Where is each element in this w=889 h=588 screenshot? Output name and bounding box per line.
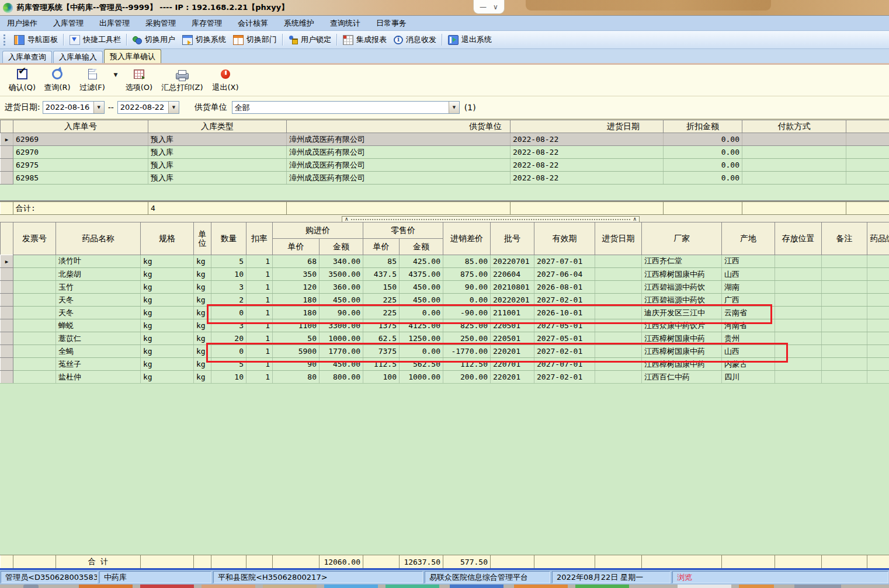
- cell[interactable]: 0.00: [664, 172, 742, 185]
- cell[interactable]: 12637.50: [400, 555, 443, 569]
- cell[interactable]: [846, 133, 889, 146]
- cell[interactable]: 120: [273, 281, 320, 294]
- cell[interactable]: 河南省: [722, 319, 775, 332]
- cell[interactable]: [775, 555, 822, 569]
- cell[interactable]: kg: [141, 268, 194, 281]
- cell[interactable]: 20220701: [491, 255, 534, 268]
- cell[interactable]: [742, 146, 846, 159]
- cell[interactable]: [722, 555, 775, 569]
- cell[interactable]: [642, 555, 722, 569]
- cell[interactable]: 漳州成茂医药有限公司: [287, 146, 511, 159]
- cell[interactable]: 62975: [13, 159, 148, 172]
- menu-item-daily-affairs[interactable]: 日常事务: [376, 18, 407, 29]
- cell[interactable]: [867, 307, 889, 319]
- cell[interactable]: [595, 319, 642, 332]
- col-header-purchase-date[interactable]: 进货日期: [595, 222, 642, 255]
- cell[interactable]: 2022-08-22: [511, 133, 664, 146]
- cell[interactable]: 云南省: [722, 307, 775, 319]
- cell[interactable]: 62985: [13, 172, 148, 185]
- cell[interactable]: kg: [141, 294, 194, 307]
- tab-pre-inbound-confirm[interactable]: 预入库单确认: [104, 49, 161, 63]
- cell[interactable]: 预入库: [148, 133, 287, 146]
- cell[interactable]: kg: [141, 255, 194, 268]
- cell[interactable]: 2022-08-22: [511, 172, 664, 185]
- col-header-payment[interactable]: 付款方式: [742, 120, 846, 133]
- cell[interactable]: [13, 345, 56, 358]
- table-row[interactable]: 62975预入库漳州成茂医药有限公司2022-08-220.00: [1, 159, 889, 172]
- cell[interactable]: [742, 202, 846, 215]
- cell[interactable]: [141, 555, 194, 569]
- cell[interactable]: [822, 319, 867, 332]
- cell[interactable]: 0.00: [664, 133, 742, 146]
- menu-item-inventory-mgmt[interactable]: 库存管理: [192, 18, 222, 29]
- cell[interactable]: 825.00: [443, 319, 491, 332]
- cell[interactable]: 250.00: [443, 332, 491, 345]
- cell[interactable]: [13, 358, 56, 371]
- cell[interactable]: 150: [363, 281, 400, 294]
- cell[interactable]: kg: [141, 281, 194, 294]
- cell[interactable]: 5: [211, 255, 246, 268]
- cell[interactable]: [775, 345, 822, 358]
- table-row[interactable]: 全蝎kgkg0159001770.0073750.00-1770.0022020…: [1, 345, 889, 358]
- cell[interactable]: 225: [363, 294, 400, 307]
- cell[interactable]: 450.00: [320, 358, 363, 371]
- cell[interactable]: 2027-07-01: [534, 358, 595, 371]
- cell[interactable]: [867, 371, 889, 384]
- cell[interactable]: 江西百仁中药: [642, 371, 722, 384]
- row-selector[interactable]: [1, 159, 13, 172]
- table-row[interactable]: 天冬kgkg0118090.002250.00-90.002110012026-…: [1, 307, 889, 319]
- row-selector[interactable]: [1, 307, 13, 319]
- cell[interactable]: [595, 268, 642, 281]
- cell[interactable]: [13, 281, 56, 294]
- cell[interactable]: 225: [363, 307, 400, 319]
- cell[interactable]: [822, 371, 867, 384]
- cell[interactable]: 1: [246, 319, 273, 332]
- cell[interactable]: 1: [246, 345, 273, 358]
- cell[interactable]: -1770.00: [443, 345, 491, 358]
- cell[interactable]: 90.00: [443, 281, 491, 294]
- cell[interactable]: 220501: [491, 332, 534, 345]
- date-to-combobox[interactable]: 2022-08-22 ▼: [117, 101, 179, 114]
- cell[interactable]: kg: [194, 268, 211, 281]
- cell[interactable]: 450.00: [320, 294, 363, 307]
- cell[interactable]: 江西樟树国康中药: [642, 345, 722, 358]
- cell[interactable]: 0.00: [664, 159, 742, 172]
- cell[interactable]: 2022-08-22: [511, 146, 664, 159]
- cell[interactable]: [867, 319, 889, 332]
- cell[interactable]: 5: [211, 358, 246, 371]
- options-button[interactable]: 选项(O): [121, 68, 157, 93]
- col-header-invoice-no[interactable]: 发票号: [13, 222, 56, 255]
- cell[interactable]: 贵州: [722, 332, 775, 345]
- col-header-purchase-date[interactable]: 进货日期: [511, 120, 664, 133]
- cell[interactable]: 4375.00: [400, 268, 443, 281]
- cell[interactable]: [822, 281, 867, 294]
- table-row[interactable]: 62985预入库漳州成茂医药有限公司2022-08-220.00: [1, 172, 889, 185]
- cell[interactable]: [363, 555, 400, 569]
- cell[interactable]: 漳州成茂医药有限公司: [287, 159, 511, 172]
- cell[interactable]: kg: [194, 307, 211, 319]
- cell[interactable]: 112.50: [443, 358, 491, 371]
- col-header-drug-name[interactable]: 药品名称: [56, 222, 141, 255]
- row-selector[interactable]: [1, 319, 13, 332]
- cell[interactable]: [867, 555, 889, 569]
- cell[interactable]: [867, 332, 889, 345]
- cell[interactable]: 90.00: [320, 307, 363, 319]
- row-selector[interactable]: [1, 202, 13, 215]
- cell[interactable]: 2: [211, 294, 246, 307]
- cell[interactable]: 漳州成茂医药有限公司: [287, 172, 511, 185]
- cell[interactable]: 85: [363, 255, 400, 268]
- cell[interactable]: [867, 255, 889, 268]
- cell[interactable]: [775, 358, 822, 371]
- cell[interactable]: kg: [141, 332, 194, 345]
- table-row[interactable]: 蝉蜕kgkg3111003300.0013754125.00825.002205…: [1, 319, 889, 332]
- toolbar-user-lock-button[interactable]: 用户锁定: [285, 33, 335, 46]
- cell[interactable]: 50: [273, 332, 320, 345]
- cell[interactable]: 合计:: [13, 202, 148, 215]
- col-group-retail-price[interactable]: 零售价: [363, 222, 443, 239]
- cell[interactable]: 62.5: [363, 332, 400, 345]
- col-header-drug-code[interactable]: 药品编: [867, 222, 889, 255]
- cell[interactable]: 1375: [363, 319, 400, 332]
- cell[interactable]: 2027-06-04: [534, 268, 595, 281]
- menu-item-accounting[interactable]: 会计核算: [238, 18, 268, 29]
- current-row-marker[interactable]: ▶: [1, 255, 13, 268]
